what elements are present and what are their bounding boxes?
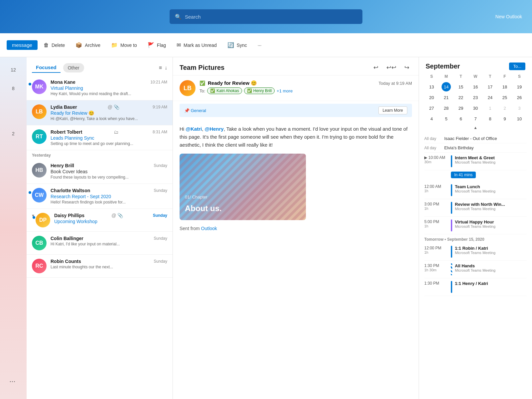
cal-day-19[interactable]: 19 (515, 82, 524, 91)
new-outlook-button[interactable]: New Outlook (495, 14, 522, 19)
email-item-lydia[interactable]: LB Lydia Bauer @ 📎 9:19 AM Ready for Rev… (27, 100, 173, 125)
all-day-event-2: All day Elvia's Birthday (424, 143, 527, 153)
email-content: Daisy Phillips @ 📎 Sunday Upcoming Works… (54, 213, 167, 224)
more-button[interactable]: ··· (253, 40, 266, 51)
email-item-charlotte[interactable]: CW Charlotte Waltson Sunday Research Rep… (27, 184, 173, 209)
cal-day-30[interactable]: 30 (471, 103, 480, 113)
event-time-col: 12:00 AM 1h (424, 184, 448, 193)
event-title: Team Lunch (455, 184, 527, 189)
cal-day-25[interactable]: 25 (500, 93, 509, 102)
avatar-lydia: LB (32, 104, 47, 119)
mark-unread-button[interactable]: ✉ Mark as Unread (172, 39, 221, 51)
reply-button[interactable]: ↩ (371, 63, 381, 72)
event-virtual-happy-hour[interactable]: 5:00 PM 1h Virtual Happy Hour Microsoft … (424, 217, 527, 234)
from-name: Ready for Review 😊 (208, 80, 257, 86)
sort-button[interactable]: ↓ (165, 65, 167, 71)
email-time: Sunday (154, 236, 167, 241)
event-title: 1:1 Robin / Katri (455, 246, 527, 251)
cal-day-10[interactable]: 10 (515, 114, 524, 123)
cal-day-4[interactable]: 4 (427, 114, 436, 123)
email-item-henry[interactable]: HB Henry Brill Sunday Book Cover Ideas F… (27, 159, 173, 184)
cal-day-15[interactable]: 15 (456, 82, 466, 91)
email-content: Colin Ballinger Sunday Hi Katri, I'd lik… (51, 236, 167, 246)
forward-button[interactable]: ↪ (402, 63, 412, 72)
event-time-col: 5:00 PM 1h (424, 219, 448, 228)
event-time-col: 12:00 PM 1h (424, 246, 448, 254)
cal-day-9[interactable]: 9 (500, 114, 509, 123)
event-team-lunch[interactable]: 12:00 AM 1h Team Lunch Microsoft Teams M… (424, 182, 527, 199)
cal-day-20[interactable]: 20 (427, 93, 436, 102)
from-time: Today at 9:19 AM (379, 81, 412, 86)
email-sender: Robert Tolbert (51, 129, 82, 135)
event-henry-katri[interactable]: 1:30 PM 1:1 Henry / Katri (424, 278, 527, 296)
cal-day-1-next[interactable]: 1 (485, 103, 495, 113)
email-preview: Found these layouts to be very compellin… (51, 175, 167, 180)
email-item-robert[interactable]: RT Robert Tolbert 🗂 8:31 AM Leads Planni… (27, 125, 173, 150)
event-intern-meet[interactable]: ▶ 10:00 AM 30m Intern Meet & Greet Micro… (424, 153, 527, 170)
email-subject: Book Cover Ideas (51, 169, 167, 174)
cal-day-8[interactable]: 8 (485, 114, 495, 123)
learn-more-button[interactable]: Learn More (378, 106, 407, 114)
event-time: 1:30 PM (424, 263, 448, 268)
cal-day-18[interactable]: 18 (500, 82, 509, 91)
filter-button[interactable]: ≡ (159, 65, 162, 71)
email-item-mona[interactable]: MK Mona Kane 10:21 AM Virtual Planning H… (27, 75, 173, 100)
event-review-north[interactable]: 3:00 PM 1h Review with North Win... Micr… (424, 199, 527, 217)
email-sender: Charlotte Waltson (51, 188, 90, 193)
tab-focused[interactable]: Focused (32, 63, 61, 73)
event-details: Virtual Happy Hour Microsoft Teams Meeti… (455, 219, 527, 228)
sync-icon: 🔄 (227, 42, 234, 48)
cal-day-3-next[interactable]: 3 (515, 103, 524, 113)
reply-all-button[interactable]: ↩↩ (384, 63, 399, 72)
cal-day-24[interactable]: 24 (485, 93, 495, 102)
cal-day-7[interactable]: 7 (471, 114, 480, 123)
event-robin-katri[interactable]: 12:00 PM 1h 1:1 Robin / Katri Microsoft … (424, 243, 527, 261)
cal-day-26[interactable]: 26 (515, 93, 524, 102)
day-header-s2: S (512, 73, 527, 80)
sidebar-more-icon[interactable]: ··· (9, 377, 15, 386)
event-time: 1:30 PM (424, 281, 448, 286)
email-item-colin[interactable]: CB Colin Ballinger Sunday Hi Katri, I'd … (27, 232, 173, 255)
more-recipients-link[interactable]: +1 more (277, 88, 293, 93)
email-subject: Virtual Planning (51, 85, 167, 91)
archive-button[interactable]: 📦 Archive (71, 39, 105, 51)
cal-day-5[interactable]: 5 (442, 114, 451, 123)
event-time-col: ▶ 10:00 AM 30m (424, 155, 448, 164)
calendar-grid: S M T W T F S 13 14 15 16 17 18 19 20 (419, 73, 532, 134)
recipient-status: ✅ (210, 88, 215, 93)
cal-day-21[interactable]: 21 (442, 93, 451, 102)
search-input[interactable]: Search (185, 14, 201, 20)
event-all-hands[interactable]: 1:30 PM 1h 30m All Hands Microsoft Teams… (424, 261, 527, 278)
event-bar (451, 263, 452, 275)
image-chapter: 01/ Chapter (185, 194, 301, 201)
cal-day-22[interactable]: 22 (456, 93, 466, 102)
unread-indicator (33, 216, 35, 219)
flag-button[interactable]: 🚩 Flag (143, 39, 171, 51)
sent-outlook-link[interactable]: Outlook (201, 226, 217, 231)
cal-day-27[interactable]: 27 (427, 103, 436, 113)
calendar-today-button[interactable]: To... (509, 63, 525, 70)
email-subject: Research Report - Sept 2020 (51, 194, 167, 199)
sync-button[interactable]: 🔄 Sync (223, 39, 252, 51)
cal-day-2-next[interactable]: 2 (500, 103, 509, 113)
email-content: Charlotte Waltson Sunday Research Report… (51, 188, 167, 204)
email-item-daisy[interactable]: ▾ DP Daisy Phillips @ 📎 Sunday Upcoming … (27, 209, 173, 232)
email-item-robin[interactable]: RC Robin Counts Sunday Last minute thoug… (27, 255, 173, 278)
cal-day-16[interactable]: 16 (471, 82, 480, 91)
cal-day-29[interactable]: 29 (456, 103, 466, 113)
avatar-robin: RC (32, 259, 47, 273)
move-to-button[interactable]: 📁 Move to (106, 39, 142, 51)
event-time: ▶ 10:00 AM (424, 155, 448, 160)
folder-small-icon: 🗂 (114, 129, 118, 135)
cal-day-17[interactable]: 17 (485, 82, 495, 91)
delete-button[interactable]: 🗑 Delete (39, 40, 69, 51)
cal-day-6[interactable]: 6 (456, 114, 466, 123)
cal-day-13[interactable]: 13 (427, 82, 436, 91)
calendar-collapse-chevron[interactable]: ▲ (424, 124, 527, 131)
tab-other[interactable]: Other (63, 63, 84, 72)
cal-day-14-today[interactable]: 14 (442, 82, 451, 91)
cal-day-28[interactable]: 28 (442, 103, 451, 113)
cal-day-23[interactable]: 23 (471, 93, 480, 102)
search-box[interactable]: 🔍 Search (170, 9, 362, 24)
event-title: Virtual Happy Hour (455, 219, 527, 224)
